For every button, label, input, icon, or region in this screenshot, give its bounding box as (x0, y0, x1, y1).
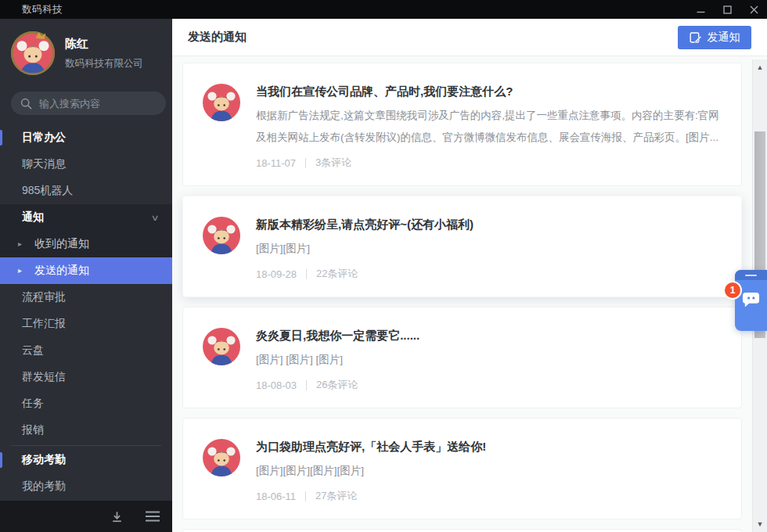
notification-card[interactable]: 为口袋助理电销版点赞!送夏日冰爽神器~ (182, 529, 742, 532)
page-title: 发送的通知 (188, 30, 247, 45)
notification-card[interactable]: 炎炎夏日,我想你一定需要它...... [图片] [图片] [图片] 18-08… (182, 307, 742, 408)
notification-body: [图片][图片][图片][图片] (256, 460, 722, 482)
sidebar-item-label: 群发短信 (22, 370, 66, 384)
notification-list: 当我们在宣传公司品牌、产品时,我们要注意什么? 根据新广告法规定,这篇文章围绕我… (172, 56, 752, 532)
app-title: 数码科技 (22, 3, 63, 16)
sidebar-footer (0, 501, 172, 532)
sidebar-item-expense[interactable]: 报销 (0, 417, 172, 444)
close-icon (750, 5, 758, 14)
sidebar-item-cloud-disk[interactable]: 云盘 (0, 337, 172, 364)
chat-float-widget[interactable]: 1 (735, 270, 767, 331)
notification-date: 18-08-03 (256, 379, 297, 391)
meta-separator (306, 380, 307, 390)
main-panel: 发送的通知 发通知 当我们在宣传公司品牌、产品时,我们要注意什么? 根据新广告法… (172, 19, 767, 532)
search-input[interactable] (39, 98, 149, 110)
sidebar-item-label: 聊天消息 (22, 157, 66, 171)
close-button[interactable] (740, 0, 767, 19)
submenu-arrow-icon: ▸ (18, 266, 22, 275)
notification-body: [图片][图片] (256, 238, 722, 260)
notification-body: 根据新广告法规定,这篇文章围绕我司涉及广告的内容,提出了一些重点注意事项。内容的… (256, 105, 722, 149)
unread-badge: 1 (723, 281, 742, 300)
sidebar-item-label: 985机器人 (22, 184, 73, 198)
minimize-icon (697, 5, 705, 14)
sidebar-item-group-sms[interactable]: 群发短信 (0, 364, 172, 390)
notification-title: 炎炎夏日,我想你一定需要它...... (256, 328, 722, 343)
notification-title: 新版本精彩纷呈,请点亮好评~(还有小福利) (256, 217, 722, 232)
meta-separator (306, 269, 307, 279)
notification-comments: 22条评论 (316, 267, 358, 281)
sidebar-item-sent-notice[interactable]: ▸ 发送的通知 (0, 257, 172, 284)
send-notice-button[interactable]: 发通知 (678, 26, 751, 49)
sidebar-item-label: 发送的通知 (34, 264, 89, 278)
submenu-arrow-icon: ▸ (18, 239, 22, 248)
search-icon (20, 98, 32, 110)
sidebar-item-label: 工作汇报 (22, 317, 66, 331)
notification-card[interactable]: 当我们在宣传公司品牌、产品时,我们要注意什么? 根据新广告法规定,这篇文章围绕我… (182, 63, 742, 186)
sidebar-item-label: 任务 (22, 397, 44, 411)
sidebar-item-label: 云盘 (22, 343, 44, 358)
sender-avatar (203, 439, 240, 476)
accent-bar (0, 130, 2, 146)
notification-date: 18-11-07 (256, 157, 296, 169)
user-name: 陈红 (65, 37, 143, 52)
notification-comments: 3条评论 (315, 156, 351, 170)
notification-title: 为口袋助理点亮好评,「社会人手表」送给你! (256, 439, 722, 455)
notification-comments: 27条评论 (315, 489, 357, 503)
title-bar: 数码科技 (0, 0, 767, 19)
sidebar-item-received-notice[interactable]: ▸ 收到的通知 (0, 231, 172, 257)
user-avatar (11, 31, 55, 75)
maximize-icon (723, 5, 732, 14)
sidebar-item-label: 通知 (22, 210, 44, 225)
notification-date: 18-09-28 (256, 268, 297, 280)
sidebar: 陈红 数码科技有限公司 日常办公 聊天消息 985机器人 通知 ∨ ▸ 收到的通… (0, 19, 172, 532)
search-box[interactable] (11, 92, 166, 115)
chevron-down-icon: ∨ (150, 213, 159, 223)
download-icon (110, 510, 124, 523)
sender-avatar (203, 84, 240, 121)
scroll-down-arrow[interactable]: ▼ (753, 520, 767, 528)
sidebar-menu: 日常办公 聊天消息 985机器人 通知 ∨ ▸ 收到的通知 ▸ 发送的通知 流程… (0, 124, 172, 500)
sidebar-item-tasks[interactable]: 任务 (0, 390, 172, 417)
scroll-up-arrow[interactable]: ▲ (753, 63, 767, 71)
notification-date: 18-06-11 (256, 491, 296, 502)
notification-meta: 18-09-28 22条评论 (256, 267, 722, 281)
sender-avatar (203, 328, 240, 365)
notification-meta: 18-11-07 3条评论 (256, 156, 722, 170)
sidebar-item-mobile-attendance[interactable]: 移动考勤 (0, 447, 172, 473)
widget-drag-handle[interactable] (735, 270, 767, 280)
hamburger-icon (146, 511, 160, 522)
send-notice-label: 发通知 (708, 31, 740, 45)
notification-comments: 26条评论 (316, 378, 358, 392)
sidebar-item-label: 收到的通知 (34, 237, 89, 251)
sidebar-item-label: 移动考勤 (22, 453, 66, 467)
sidebar-divider (11, 445, 161, 446)
user-company: 数码科技有限公司 (65, 57, 143, 70)
accent-bar (0, 452, 2, 468)
sidebar-item-label: 日常办公 (22, 131, 66, 145)
sidebar-item-work-report[interactable]: 工作汇报 (0, 311, 172, 337)
sidebar-item-label: 流程审批 (22, 290, 66, 304)
notification-meta: 18-08-03 26条评论 (256, 378, 722, 392)
notification-meta: 18-06-11 27条评论 (256, 489, 722, 503)
notification-card[interactable]: 新版本精彩纷呈,请点亮好评~(还有小福利) [图片][图片] 18-09-28 … (182, 196, 742, 297)
sidebar-item-label: 我的考勤 (22, 480, 66, 494)
sidebar-item-workflow-approval[interactable]: 流程审批 (0, 284, 172, 311)
sidebar-item-notice[interactable]: 通知 ∨ (0, 204, 172, 231)
main-header: 发送的通知 发通知 (172, 19, 767, 56)
sidebar-item-robot-985[interactable]: 985机器人 (0, 178, 172, 204)
download-button[interactable] (110, 510, 124, 523)
maximize-button[interactable] (714, 0, 740, 19)
compose-icon (690, 31, 702, 44)
notification-title: 当我们在宣传公司品牌、产品时,我们要注意什么? (256, 84, 722, 99)
sidebar-item-chat-messages[interactable]: 聊天消息 (0, 151, 172, 178)
minimize-button[interactable] (687, 0, 714, 19)
sender-avatar (203, 217, 240, 254)
user-profile[interactable]: 陈红 数码科技有限公司 (11, 31, 143, 75)
sidebar-item-label: 报销 (22, 423, 44, 437)
sidebar-item-my-attendance[interactable]: 我的考勤 (0, 473, 172, 500)
notification-body: [图片] [图片] [图片] (256, 349, 722, 371)
sidebar-item-daily-office[interactable]: 日常办公 (0, 124, 172, 151)
menu-button[interactable] (146, 511, 160, 522)
notification-card[interactable]: 为口袋助理点亮好评,「社会人手表」送给你! [图片][图片][图片][图片] 1… (182, 418, 742, 519)
window-controls (687, 0, 767, 19)
